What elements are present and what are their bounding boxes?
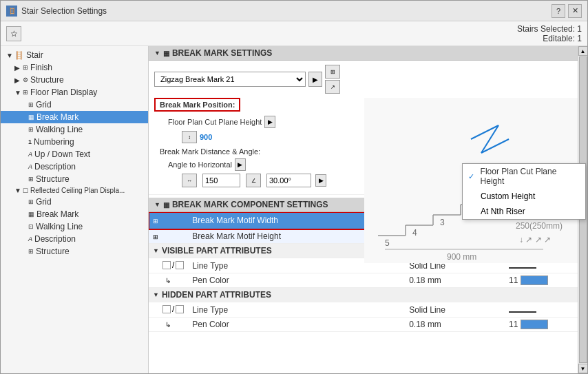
floor-plan-icon: ⊞ [23, 89, 28, 96]
tree-item-finish[interactable]: ▶ ⊞ Finish [1, 61, 148, 74]
close-button[interactable]: ✕ [568, 4, 582, 18]
popup-item-at-nth-riser-label: At Nth Riser [481, 207, 525, 216]
tree-item-structure[interactable]: ▶ ⚙ Structure [1, 74, 148, 86]
visible-section-label: VISIBLE PART ATTRIBUTES [162, 246, 272, 256]
break-mark-settings-label: BREAK MARK SETTINGS [172, 48, 272, 58]
height-icon: ↕ [182, 131, 197, 143]
help-button[interactable]: ? [552, 4, 565, 18]
hidden-checkbox[interactable]: / [162, 304, 184, 314]
tree-item-up-down-text[interactable]: A Up / Down Text [1, 148, 148, 160]
stair-icon: 🪜 [14, 51, 24, 60]
popup-item-floor-plan-label: Floor Plan Cut Plane Height [481, 167, 580, 186]
break-mark-settings-header: ▼ ▦ BREAK MARK SETTINGS [149, 46, 587, 61]
floor-plan-check-icon: ✓ [468, 172, 478, 181]
angle-arrow-button[interactable]: ▶ [235, 158, 246, 171]
stair-label: Stair [26, 50, 43, 60]
visible-line-type-label: Line Type [192, 261, 228, 271]
structure-icon: ⚙ [23, 76, 28, 83]
angle-input-arrow[interactable]: ▶ [315, 174, 326, 187]
reflected-arrow-icon: ▼ [14, 187, 23, 194]
left-panel: ▼ 🪜 Stair ▶ ⊞ Finish ▶ ⚙ Structure [1, 46, 149, 373]
tree-item-break-mark[interactable]: ▦ Break Mark [1, 111, 148, 123]
finish-label: Finish [30, 63, 52, 72]
svg-text:3: 3 [440, 218, 445, 227]
numbering-label: Numbering [34, 137, 74, 147]
comp-collapse-icon[interactable]: ▼ [154, 201, 160, 208]
tree-item-structure3[interactable]: ⊞ Structure [1, 245, 148, 258]
distance-input[interactable] [202, 174, 240, 187]
tree-item-walking-line2[interactable]: ⊡ Walking Line [1, 220, 148, 233]
stairs-selected-label: Stairs Selected: 1 [517, 24, 582, 34]
popup-item-at-nth-riser[interactable]: At Nth Riser [463, 204, 585, 219]
break-mark-position-label: Break Mark Position: [154, 98, 240, 112]
stair-arrow-icon: ▼ [6, 52, 14, 59]
visible-line-preview [509, 267, 536, 269]
break-mark2-label: Break Mark [36, 209, 78, 219]
numbering-icon: 1 [28, 138, 32, 145]
popup-item-floor-plan[interactable]: ✓ Floor Plan Cut Plane Height [463, 164, 585, 189]
description-icon: A [28, 163, 32, 170]
tree-item-stair[interactable]: ▼ 🪜 Stair [1, 49, 148, 61]
svg-text:4: 4 [412, 228, 417, 238]
hidden-pen-color-label: Pen Color [192, 320, 229, 329]
grid-icon: ⊞ [28, 101, 34, 108]
distance-icon: ↔ [182, 174, 197, 187]
angle-label: Angle to Horizontal [168, 160, 232, 169]
icon-btn-1[interactable]: ⊞ [325, 65, 340, 79]
angle-icon: ∠ [246, 174, 261, 187]
hidden-pen-color-value: 0.18 mm [409, 320, 441, 329]
finish-arrow-icon: ▶ [14, 64, 23, 72]
scroll-down-button[interactable]: ▼ [578, 364, 588, 373]
visible-checkbox[interactable]: / [162, 260, 184, 270]
tree: ▼ 🪜 Stair ▶ ⊞ Finish ▶ ⚙ Structure [1, 49, 148, 258]
popup-item-custom-height[interactable]: Custom Height [463, 189, 585, 204]
title-bar-left: 🪜 Stair Selection Settings [6, 6, 107, 17]
visible-collapse-icon[interactable]: ▼ [153, 247, 159, 254]
icon-btn-2[interactable]: ↗ [325, 80, 340, 94]
break-mark-dropdown[interactable]: Zigzag Break Mark 21 [154, 72, 306, 87]
hidden-section-label: HIDDEN PART ATTRIBUTES [162, 290, 271, 300]
floor-plan-arrow-button[interactable]: ▶ [264, 116, 275, 128]
scroll-up-button[interactable]: ▲ [578, 46, 588, 56]
top-bar-right: Stairs Selected: 1 Editable: 1 [517, 24, 582, 43]
hidden-collapse-icon[interactable]: ▼ [153, 291, 159, 298]
bms-settings-icon: ▦ [163, 50, 169, 57]
comp-settings-icon: ▦ [163, 201, 169, 209]
hidden-attrs-header: ▼ HIDDEN PART ATTRIBUTES [149, 288, 587, 302]
grid-label: Grid [36, 100, 52, 110]
title-bar-controls: ? ✕ [552, 4, 582, 18]
motif-height-icon: ⊞ [153, 233, 158, 240]
tree-item-structure2[interactable]: ⊞ Structure [1, 173, 148, 185]
visible-pen-color-bar [521, 276, 548, 285]
hidden-attrs-label: ▼ HIDDEN PART ATTRIBUTES [153, 290, 583, 300]
grid2-icon: ⊞ [28, 198, 34, 205]
tree-item-numbering[interactable]: 1 Numbering [1, 136, 148, 148]
bms-collapse-icon[interactable]: ▼ [154, 50, 160, 56]
motif-width-label: Break Mark Motif Width [192, 216, 278, 225]
walking-line-icon: ⊞ [28, 126, 34, 133]
main-layout: ▼ 🪜 Stair ▶ ⊞ Finish ▶ ⚙ Structure [1, 46, 587, 373]
tree-item-grid2[interactable]: ⊞ Grid [1, 196, 148, 208]
tree-item-grid[interactable]: ⊞ Grid [1, 98, 148, 111]
tree-item-description2[interactable]: A Description [1, 233, 148, 245]
tree-item-reflected-ceiling[interactable]: ▼ ☐ Reflected Ceiling Plan Displa... [1, 185, 148, 196]
window-title: Stair Selection Settings [21, 6, 107, 16]
grid2-label: Grid [36, 197, 52, 207]
hidden-line-type-value: Solid Line [409, 305, 445, 315]
structure3-icon: ⊞ [28, 248, 34, 255]
height-value: 900 [200, 133, 212, 141]
structure2-icon: ⊞ [28, 176, 34, 183]
tree-item-floor-plan[interactable]: ▼ ⊞ Floor Plan Display [1, 86, 148, 98]
motif-width-icon: ⊞ [153, 218, 158, 225]
tree-item-walking-line[interactable]: ⊞ Walking Line [1, 123, 148, 136]
tree-item-break-mark2[interactable]: ▦ Break Mark [1, 208, 148, 220]
motif-height-label: Break Mark Motif Height [192, 231, 281, 241]
up-down-text-icon: A [28, 151, 32, 158]
angle-input[interactable] [266, 174, 311, 187]
tree-item-description[interactable]: A Description [1, 160, 148, 173]
visible-pen-num: 11 [509, 276, 518, 285]
dropdown-arrow-button[interactable]: ▶ [308, 72, 322, 87]
title-bar: 🪜 Stair Selection Settings ? ✕ [1, 1, 587, 21]
visible-pen-indent-icon: ↳ [165, 277, 171, 284]
star-button[interactable]: ☆ [6, 26, 21, 41]
